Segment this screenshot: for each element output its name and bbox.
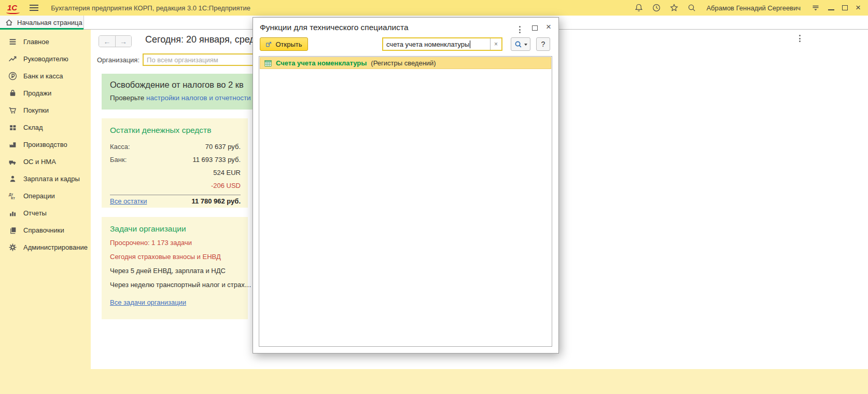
sidebar-item-label: Операции: [23, 192, 55, 200]
sidebar-item-label: Справочники: [23, 226, 64, 234]
open-button[interactable]: Открыть: [260, 37, 308, 51]
sidebar-item-sklad[interactable]: Склад: [0, 119, 91, 136]
service-menu-icon[interactable]: [810, 3, 820, 13]
dialog-maximize-button[interactable]: [532, 25, 538, 31]
window-title: Бухгалтерия предприятия КОРП, редакция 3…: [51, 4, 250, 12]
sidebar-item-label: Отчеты: [23, 209, 47, 217]
help-button[interactable]: ?: [536, 37, 550, 51]
open-button-label: Открыть: [275, 40, 302, 48]
favorites-star-icon[interactable]: [669, 3, 679, 13]
dialog-close-button[interactable]: ×: [546, 22, 551, 32]
sidebar-item-label: Продажи: [23, 89, 51, 97]
list-item-selected[interactable]: Счета учета номенклатуры (Регистры сведе…: [260, 57, 551, 69]
magnifier-icon: [514, 40, 522, 48]
svg-text:Кт: Кт: [11, 196, 15, 200]
sidebar-item-label: Склад: [23, 124, 43, 131]
task-line-overdue[interactable]: Просрочено: 1 173 задачи: [110, 239, 241, 247]
sidebar-item-label: Зарплата и кадры: [23, 175, 80, 183]
text-caret: [470, 40, 470, 48]
sidebar-item-label: Банк и касса: [23, 72, 63, 80]
history-nav-buttons: ← →: [99, 35, 132, 47]
task-line-5days[interactable]: Через 5 дней ЕНВД, зарплата и НДС: [110, 267, 241, 275]
cash-total: 11 780 962 руб.: [191, 197, 241, 205]
sidebar-item-label: ОС и НМА: [23, 158, 56, 166]
close-button[interactable]: ×: [856, 5, 861, 10]
gear-icon: [8, 243, 17, 252]
minimize-button[interactable]: [828, 5, 834, 10]
banner-text: Проверьте: [110, 94, 146, 102]
trend-icon: [8, 55, 17, 63]
cash-row-bank: Банк: 11 693 733 руб.: [110, 153, 241, 166]
search-input[interactable]: счета учета номенклатуры ×: [382, 37, 502, 51]
sidebar-item-glavnoe[interactable]: Главное: [0, 33, 91, 50]
books-icon: [8, 226, 17, 235]
barchart-icon: [8, 209, 17, 218]
person-icon: [8, 174, 17, 183]
notifications-bell-icon[interactable]: [634, 3, 643, 13]
cart-icon: [8, 106, 17, 115]
cash-row-value: 11 693 733 руб.: [193, 156, 241, 164]
tech-specialist-functions-dialog: Функции для технического специалиста × О…: [253, 17, 559, 354]
dialog-menu-kebab-icon[interactable]: [517, 24, 522, 35]
org-tasks-card: Задачи организации Просрочено: 1 173 зад…: [102, 217, 248, 319]
result-name: Счета учета номенклатуры: [276, 59, 367, 67]
back-button[interactable]: ←: [99, 36, 115, 47]
tab-home[interactable]: Начальная страница: [0, 16, 84, 30]
cash-row-kassa: Касса: 70 637 руб.: [110, 140, 241, 153]
main-menu-icon[interactable]: [30, 5, 38, 11]
global-search-icon[interactable]: [687, 3, 696, 13]
sidebar-item-operacii[interactable]: ДтКт Операции: [0, 187, 91, 205]
sidebar-item-spravochniki[interactable]: Справочники: [0, 222, 91, 239]
organization-row: Организация:: [97, 53, 270, 66]
forward-button[interactable]: →: [115, 36, 131, 47]
today-heading: Сегодня: 20 января, среда: [145, 34, 260, 45]
sidebar-item-zarplata-i-kadry[interactable]: Зарплата и кадры: [0, 170, 91, 187]
dtkt-icon: ДтКт: [8, 192, 17, 200]
form-menu-kebab-icon[interactable]: [797, 33, 802, 44]
cash-card-title: Остатки денежных средств: [110, 126, 241, 135]
tasks-card-title: Задачи организации: [110, 224, 241, 234]
search-input-value: счета учета номенклатуры: [383, 40, 469, 48]
sidebar-item-otchety[interactable]: Отчеты: [0, 205, 91, 222]
task-line-week[interactable]: Через неделю транспортный налог и страх…: [110, 281, 241, 289]
section-sidebar: Главное Руководителю Банк и касса Продаж…: [0, 30, 91, 394]
result-type: (Регистры сведений): [371, 59, 436, 67]
menu-icon: [8, 37, 17, 46]
organization-input[interactable]: [143, 53, 270, 66]
dropdown-arrow-icon: [524, 44, 527, 47]
cash-row-eur: 524 EUR: [110, 166, 241, 179]
sidebar-item-label: Руководителю: [23, 55, 68, 63]
cash-row-value: 524 EUR: [213, 169, 241, 176]
sidebar-item-label: Главное: [23, 38, 49, 46]
functions-list: Счета учета номенклатуры (Регистры сведе…: [259, 56, 552, 347]
sidebar-item-proizvodstvo[interactable]: Производство: [0, 136, 91, 153]
maximize-button[interactable]: [842, 5, 848, 10]
sidebar-item-label: Производство: [23, 141, 67, 148]
tax-exemption-banner: Освобождение от налогов во 2 кв Проверьт…: [102, 74, 273, 110]
bag-icon: [8, 89, 17, 98]
sidebar-item-os-i-nma[interactable]: ОС и НМА: [0, 153, 91, 170]
search-button[interactable]: [511, 37, 530, 51]
current-user[interactable]: Абрамов Геннадий Сергеевич: [706, 4, 801, 12]
all-tasks-link[interactable]: Все задачи организации: [110, 298, 186, 306]
organization-label: Организация:: [97, 56, 139, 64]
cash-row-value: -206 USD: [211, 182, 241, 189]
sidebar-item-bank-i-kassa[interactable]: Банк и касса: [0, 67, 91, 85]
clear-search-icon[interactable]: ×: [490, 38, 501, 50]
sidebar-item-label: Покупки: [23, 106, 49, 114]
sidebar-item-prodazhi[interactable]: Продажи: [0, 85, 91, 102]
history-icon[interactable]: [651, 3, 661, 13]
sidebar-item-label: Администрирование: [23, 243, 88, 251]
sidebar-item-rukovoditelyu[interactable]: Руководителю: [0, 50, 91, 67]
all-balances-link[interactable]: Все остатки: [110, 197, 147, 205]
sidebar-item-pokupki[interactable]: Покупки: [0, 102, 91, 119]
banner-title: Освобождение от налогов во 2 кв: [110, 80, 264, 90]
task-line-today[interactable]: Сегодня страховые взносы и ЕНВД: [110, 253, 241, 261]
total-divider: [110, 195, 241, 195]
sidebar-item-administrirovanie[interactable]: Администрирование: [0, 239, 91, 256]
cash-row-usd: -206 USD: [110, 179, 241, 192]
tax-settings-link[interactable]: настройки налогов и отчетности: [146, 94, 251, 102]
cash-row-value: 70 637 руб.: [205, 143, 241, 151]
cash-balance-card: Остатки денежных средств Касса: 70 637 р…: [102, 118, 248, 208]
tab-home-label: Начальная страница: [17, 19, 82, 26]
